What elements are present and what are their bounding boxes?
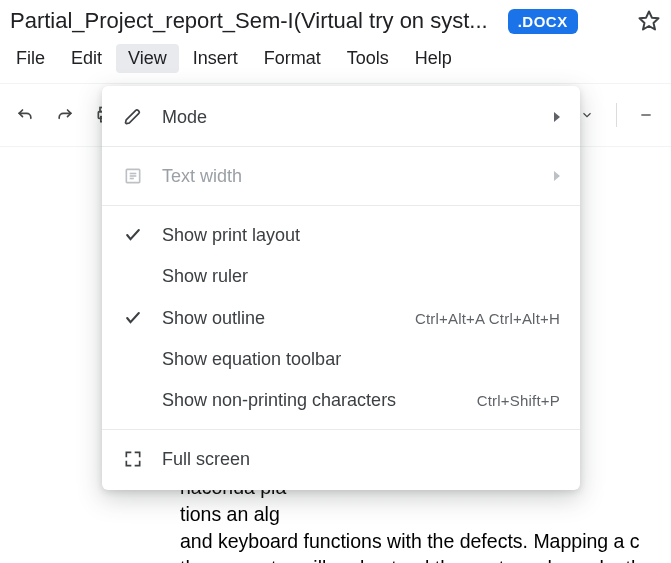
- fullscreen-icon: [122, 448, 144, 470]
- pencil-icon: [122, 106, 144, 128]
- minimize-toolbar-button[interactable]: [629, 98, 663, 132]
- view-dropdown: Mode Text width Show print layout Show r…: [102, 86, 580, 490]
- menuitem-label: Text width: [162, 166, 536, 187]
- undo-button[interactable]: [8, 98, 42, 132]
- menuitem-label: Show ruler: [162, 266, 560, 287]
- menu-edit[interactable]: Edit: [59, 44, 114, 73]
- chevron-right-icon: [554, 171, 560, 181]
- menuitem-shortcut: Ctrl+Alt+A Ctrl+Alt+H: [415, 310, 560, 327]
- chevron-right-icon: [554, 112, 560, 122]
- menuitem-label: Show outline: [162, 308, 397, 329]
- menuitem-label: Show print layout: [162, 225, 560, 246]
- menu-help[interactable]: Help: [403, 44, 464, 73]
- menu-tools[interactable]: Tools: [335, 44, 401, 73]
- menuitem-show-non-printing[interactable]: Show non-printing characters Ctrl+Shift+…: [102, 380, 580, 421]
- menuitem-mode[interactable]: Mode: [102, 96, 580, 138]
- redo-button[interactable]: [48, 98, 82, 132]
- menu-format[interactable]: Format: [252, 44, 333, 73]
- menu-divider: [102, 205, 580, 206]
- document-title[interactable]: Partial_Project_report_Sem-I(Virtual try…: [10, 8, 488, 34]
- menu-file[interactable]: File: [4, 44, 57, 73]
- menuitem-label: Full screen: [162, 449, 560, 470]
- text-width-icon: [122, 165, 144, 187]
- docx-badge: .DOCX: [508, 9, 578, 34]
- menuitem-full-screen[interactable]: Full screen: [102, 438, 580, 480]
- star-icon[interactable]: [637, 9, 661, 33]
- menubar: File Edit View Insert Format Tools Help: [0, 38, 671, 83]
- menuitem-label: Mode: [162, 107, 536, 128]
- check-icon: [122, 224, 144, 246]
- menuitem-shortcut: Ctrl+Shift+P: [477, 392, 560, 409]
- toolbar-separator: [616, 103, 617, 127]
- menuitem-show-print-layout[interactable]: Show print layout: [102, 214, 580, 256]
- menuitem-show-equation-toolbar[interactable]: Show equation toolbar: [102, 339, 580, 380]
- menu-divider: [102, 146, 580, 147]
- menu-insert[interactable]: Insert: [181, 44, 250, 73]
- menuitem-text-width: Text width: [102, 155, 580, 197]
- titlebar: Partial_Project_report_Sem-I(Virtual try…: [0, 0, 671, 38]
- menu-view[interactable]: View: [116, 44, 179, 73]
- menuitem-label: Show non-printing characters: [162, 390, 459, 411]
- menuitem-show-ruler[interactable]: Show ruler: [102, 256, 580, 297]
- menu-divider: [102, 429, 580, 430]
- menuitem-label: Show equation toolbar: [162, 349, 560, 370]
- menuitem-show-outline[interactable]: Show outline Ctrl+Alt+A Ctrl+Alt+H: [102, 297, 580, 339]
- check-icon: [122, 307, 144, 329]
